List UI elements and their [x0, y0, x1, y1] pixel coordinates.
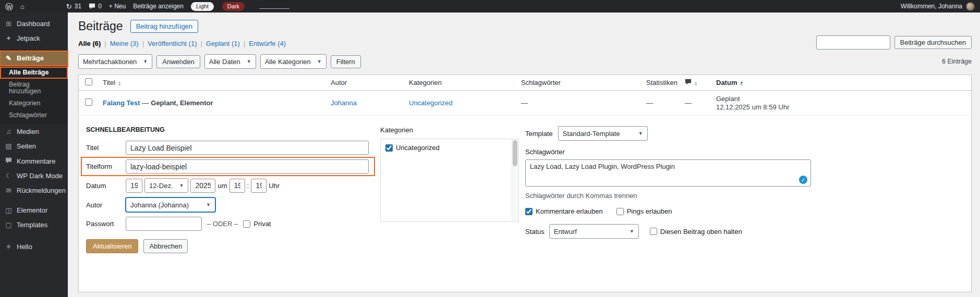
- tags-textarea[interactable]: Lazy Load, Lazy Load Plugin, WordPress P…: [525, 159, 811, 187]
- submenu-categories[interactable]: Kategorien: [0, 97, 68, 109]
- dates-filter-select[interactable]: Alle Daten ▼: [204, 54, 256, 69]
- view-published[interactable]: Veröffentlicht (1): [148, 40, 197, 47]
- template-select[interactable]: Standard-Template ▼: [558, 126, 648, 141]
- new-content-menu[interactable]: + Neu: [109, 3, 126, 10]
- wordpress-logo-icon[interactable]: Ⓦ: [5, 3, 13, 10]
- chevron-down-icon: ▼: [638, 131, 643, 136]
- search-input[interactable]: [816, 35, 890, 49]
- category-checkbox[interactable]: [385, 144, 393, 152]
- author-select[interactable]: Johanna (Johanna) ▼: [126, 197, 215, 212]
- title-label: Titel: [86, 144, 126, 152]
- view-posts-link[interactable]: Beiträge anzeigen: [133, 3, 184, 10]
- templates-icon: ▢: [5, 221, 13, 229]
- allow-pings-label[interactable]: Pings erlauben: [616, 207, 672, 215]
- dark-mode-toggle[interactable]: Dark: [222, 2, 245, 11]
- category-link[interactable]: Uncategorized: [409, 99, 453, 107]
- categories-filter-select[interactable]: Alle Kategorien ▼: [260, 54, 326, 69]
- site-home-icon[interactable]: ⌂: [20, 3, 25, 10]
- sidebar-item-templates[interactable]: ▢ Templates: [0, 218, 68, 232]
- updates-icon: ↻: [66, 3, 72, 10]
- sticky-label[interactable]: Diesen Beitrag oben halten: [650, 228, 742, 236]
- sidebar-item-dashboard[interactable]: ⊞ Dashboard: [0, 17, 68, 31]
- filter-button[interactable]: Filtern: [331, 55, 361, 68]
- dashboard-icon: ⊞: [5, 20, 13, 28]
- hour-input[interactable]: [229, 179, 245, 193]
- jetpack-badge-icon[interactable]: ✓: [799, 176, 807, 184]
- update-button[interactable]: Aktualisieren: [86, 239, 138, 253]
- comment-bubble-icon: [89, 3, 95, 9]
- minute-input[interactable]: [251, 179, 267, 193]
- row-checkbox[interactable]: [85, 98, 92, 106]
- user-avatar[interactable]: [966, 2, 975, 11]
- items-count: 6 Einträge: [942, 58, 972, 65]
- post-row: Falang Test—Geplant, Elementor Johanna U…: [79, 91, 971, 116]
- column-header-date[interactable]: Datum▲▼: [711, 79, 971, 86]
- sticky-checkbox[interactable]: [650, 228, 657, 235]
- add-post-button[interactable]: Beitrag hinzufügen: [130, 20, 198, 33]
- chevron-down-icon: ▼: [247, 59, 251, 64]
- pushpin-icon: ✎: [5, 55, 13, 62]
- view-all[interactable]: Alle (6): [78, 40, 101, 47]
- posts-submenu: Alle Beiträge Beitrag hinzufügen Kategor…: [0, 66, 68, 125]
- sidebar-item-pages[interactable]: ▤ Seiten: [0, 139, 68, 154]
- sort-icon: ▲▼: [118, 81, 121, 86]
- submenu-tags[interactable]: Schlagwörter: [0, 109, 68, 121]
- private-checkbox-label[interactable]: Privat: [243, 220, 271, 228]
- scrollbar-track[interactable]: [512, 139, 518, 221]
- view-drafts[interactable]: Entwürfe (4): [249, 40, 286, 47]
- sidebar-item-posts[interactable]: ✎ Beiträge: [0, 51, 68, 66]
- submenu-add-post[interactable]: Beitrag hinzufügen: [0, 79, 68, 97]
- date-status: Geplant: [716, 95, 740, 103]
- sidebar-item-jetpack[interactable]: ✦ Jetpack: [0, 31, 68, 46]
- comments-menu[interactable]: 0: [89, 3, 102, 10]
- quick-edit-panel: SCHNELLBEARBEITUNG Titel Titelform Datum…: [79, 116, 971, 269]
- hello-icon: ✳: [5, 243, 13, 251]
- submenu-all-posts[interactable]: Alle Beiträge: [0, 67, 68, 79]
- apply-button[interactable]: Anwenden: [156, 55, 200, 68]
- allow-pings-checkbox[interactable]: [616, 208, 624, 215]
- month-select[interactable]: 12-Dez. ▼: [144, 178, 188, 193]
- column-header-title[interactable]: Titel▲▼: [98, 79, 325, 86]
- sidebar-item-wp-dark-mode[interactable]: ☾ WP Dark Mode: [0, 169, 68, 183]
- tags-label: Schlagwörter: [525, 148, 811, 156]
- sidebar-item-elementor[interactable]: ◫ Elementor: [0, 203, 68, 218]
- sidebar-item-feedback[interactable]: ✉ Rückmeldungen: [0, 183, 68, 198]
- scrollbar-thumb[interactable]: [513, 140, 517, 166]
- envelope-icon: ✉: [5, 187, 13, 194]
- comments-cell: —: [680, 99, 711, 107]
- view-scheduled[interactable]: Geplant (1): [206, 40, 240, 47]
- comment-bubble-icon: [685, 79, 692, 85]
- chevron-down-icon: ▼: [143, 59, 148, 64]
- password-input[interactable]: [126, 217, 202, 231]
- title-input[interactable]: [126, 141, 369, 155]
- updates-menu[interactable]: ↻ 31: [66, 3, 81, 10]
- sidebar-item-media[interactable]: ♫ Medien: [0, 125, 68, 139]
- day-input[interactable]: [126, 179, 142, 193]
- column-header-comments[interactable]: ▲▼: [680, 79, 711, 86]
- post-title-link[interactable]: Falang Test: [103, 99, 140, 107]
- year-input[interactable]: [190, 179, 215, 193]
- sidebar-item-hello[interactable]: ✳ Hello: [0, 240, 68, 254]
- slug-input[interactable]: [126, 159, 369, 174]
- light-mode-toggle[interactable]: Light: [191, 2, 214, 11]
- private-checkbox[interactable]: [243, 220, 250, 228]
- search-posts-button[interactable]: Beiträge durchsuchen: [894, 36, 972, 49]
- column-header-tags: Schlagwörter: [516, 79, 641, 86]
- status-select[interactable]: Entwurf ▼: [549, 224, 639, 239]
- view-mine[interactable]: Meine (3): [110, 40, 139, 47]
- menu-separator: [0, 46, 68, 51]
- menu-separator: [0, 232, 68, 240]
- select-all-checkbox[interactable]: [85, 78, 92, 85]
- allow-comments-checkbox[interactable]: [525, 208, 533, 215]
- page-title: Beiträge: [78, 19, 123, 33]
- sidebar-item-comments[interactable]: Kommentare: [0, 154, 68, 169]
- stats-cell: —: [641, 99, 680, 107]
- cancel-button[interactable]: Abbrechen: [143, 239, 188, 253]
- categories-label: Kategorien: [380, 126, 519, 134]
- greeting-text[interactable]: Willkommen, Johanna: [901, 3, 962, 10]
- category-checkbox-label[interactable]: Uncategorized: [385, 144, 440, 152]
- author-link[interactable]: Johanna: [331, 99, 357, 107]
- bulk-actions-select[interactable]: Mehrfachaktionen ▼: [78, 54, 152, 69]
- allow-comments-label[interactable]: Kommentare erlauben: [525, 207, 603, 215]
- media-icon: ♫: [5, 128, 13, 135]
